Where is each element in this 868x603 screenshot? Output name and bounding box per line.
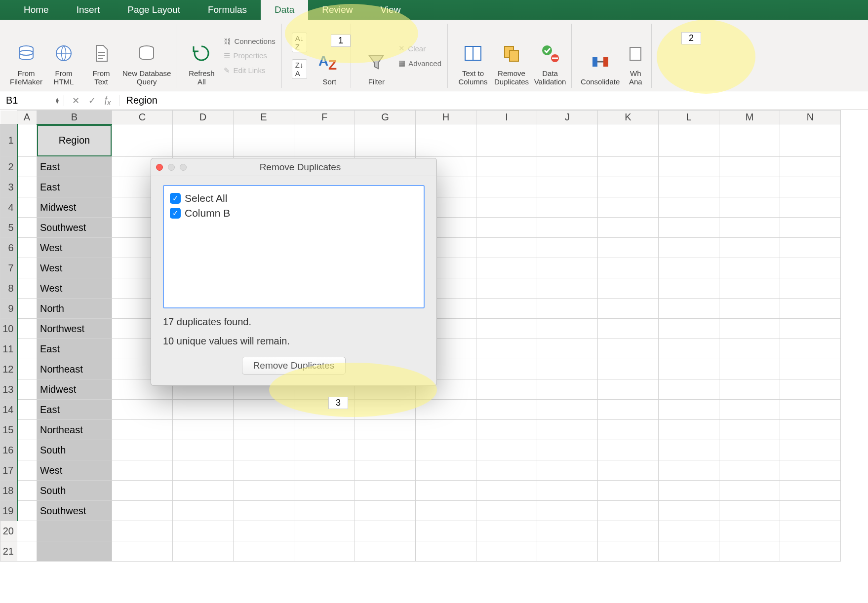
cell[interactable] bbox=[537, 124, 598, 157]
cell[interactable] bbox=[659, 481, 719, 501]
cell[interactable] bbox=[537, 400, 598, 420]
cell[interactable] bbox=[476, 278, 537, 299]
cell[interactable] bbox=[476, 258, 537, 278]
cell[interactable] bbox=[598, 339, 659, 359]
cell[interactable] bbox=[719, 481, 780, 501]
columns-listbox[interactable]: ✓ Select All ✓ Column B bbox=[163, 185, 425, 308]
cell[interactable] bbox=[476, 359, 537, 379]
cell[interactable] bbox=[17, 400, 37, 420]
from-html-button[interactable]: From HTML bbox=[46, 37, 81, 88]
cell[interactable] bbox=[476, 299, 537, 319]
cell[interactable] bbox=[719, 299, 780, 319]
cell[interactable]: West bbox=[37, 278, 112, 299]
cell[interactable] bbox=[173, 481, 234, 501]
cell[interactable] bbox=[780, 238, 841, 258]
cell[interactable] bbox=[476, 197, 537, 218]
cell[interactable] bbox=[112, 541, 173, 562]
row-header-11[interactable]: 11 bbox=[0, 339, 17, 359]
row-header-13[interactable]: 13 bbox=[0, 379, 17, 400]
cell[interactable] bbox=[355, 460, 416, 481]
tab-formulas[interactable]: Formulas bbox=[194, 0, 261, 20]
cell[interactable] bbox=[173, 440, 234, 460]
cell[interactable]: Northwest bbox=[37, 319, 112, 339]
cell[interactable] bbox=[780, 501, 841, 521]
sort-desc-button[interactable]: Z↓A bbox=[292, 59, 308, 79]
cell[interactable]: East bbox=[37, 400, 112, 420]
cell[interactable]: East bbox=[37, 157, 112, 177]
cell[interactable] bbox=[37, 541, 112, 562]
cell[interactable] bbox=[598, 319, 659, 339]
cell[interactable] bbox=[719, 157, 780, 177]
cell[interactable] bbox=[17, 299, 37, 319]
col-header-A[interactable]: A bbox=[17, 111, 37, 124]
cell[interactable] bbox=[780, 278, 841, 299]
cell[interactable] bbox=[476, 400, 537, 420]
cell[interactable] bbox=[294, 541, 355, 562]
col-header-C[interactable]: C bbox=[112, 111, 173, 124]
cell[interactable] bbox=[173, 420, 234, 440]
cell[interactable] bbox=[537, 440, 598, 460]
cell[interactable] bbox=[719, 400, 780, 420]
row-header-20[interactable]: 20 bbox=[0, 521, 17, 541]
cell[interactable] bbox=[416, 541, 476, 562]
cell[interactable] bbox=[719, 359, 780, 379]
advanced-filter-button[interactable]: ▦Advanced bbox=[398, 58, 441, 69]
cell[interactable] bbox=[537, 359, 598, 379]
cell[interactable] bbox=[780, 319, 841, 339]
connections-button[interactable]: ⛓Connections bbox=[224, 36, 275, 46]
cell[interactable] bbox=[537, 218, 598, 238]
cell[interactable] bbox=[537, 339, 598, 359]
cell[interactable]: East bbox=[37, 177, 112, 197]
cell[interactable] bbox=[780, 379, 841, 400]
cell[interactable]: Midwest bbox=[37, 197, 112, 218]
cell[interactable] bbox=[780, 157, 841, 177]
cell[interactable] bbox=[416, 400, 476, 420]
remove-duplicates-button[interactable]: Remove Duplicates bbox=[493, 37, 530, 88]
fx-icon[interactable]: fx bbox=[105, 95, 111, 107]
cell[interactable] bbox=[598, 157, 659, 177]
row-header-6[interactable]: 6 bbox=[0, 238, 17, 258]
cell[interactable] bbox=[17, 359, 37, 379]
tab-data[interactable]: Data bbox=[261, 0, 308, 20]
cell[interactable] bbox=[598, 299, 659, 319]
cell[interactable] bbox=[598, 481, 659, 501]
cell[interactable] bbox=[17, 177, 37, 197]
cell[interactable] bbox=[17, 157, 37, 177]
row-header-12[interactable]: 12 bbox=[0, 359, 17, 379]
cell[interactable] bbox=[173, 460, 234, 481]
cell[interactable] bbox=[17, 238, 37, 258]
col-header-M[interactable]: M bbox=[719, 111, 780, 124]
cell[interactable]: West bbox=[37, 258, 112, 278]
cell[interactable] bbox=[476, 218, 537, 238]
row-header-9[interactable]: 9 bbox=[0, 299, 17, 319]
cell[interactable] bbox=[659, 177, 719, 197]
cell[interactable] bbox=[112, 124, 173, 157]
cell[interactable] bbox=[17, 339, 37, 359]
cell[interactable] bbox=[416, 501, 476, 521]
cell[interactable] bbox=[476, 501, 537, 521]
cell[interactable] bbox=[476, 541, 537, 562]
col-header-E[interactable]: E bbox=[234, 111, 294, 124]
cell[interactable] bbox=[355, 481, 416, 501]
cell[interactable]: Northeast bbox=[37, 359, 112, 379]
cell[interactable] bbox=[416, 420, 476, 440]
cell[interactable] bbox=[355, 521, 416, 541]
cell[interactable] bbox=[234, 420, 294, 440]
cell[interactable] bbox=[780, 420, 841, 440]
cell[interactable] bbox=[537, 238, 598, 258]
cell[interactable] bbox=[17, 218, 37, 238]
cell[interactable] bbox=[17, 197, 37, 218]
cell[interactable] bbox=[659, 218, 719, 238]
cell[interactable] bbox=[17, 420, 37, 440]
cell[interactable] bbox=[173, 400, 234, 420]
row-header-19[interactable]: 19 bbox=[0, 501, 17, 521]
cell[interactable] bbox=[598, 379, 659, 400]
column-b-checkbox[interactable]: ✓ Column B bbox=[170, 206, 418, 221]
cell[interactable] bbox=[416, 460, 476, 481]
cell[interactable] bbox=[17, 481, 37, 501]
cell[interactable] bbox=[17, 124, 37, 157]
filter-button[interactable]: Filter bbox=[359, 45, 394, 88]
col-header-B[interactable]: B bbox=[37, 111, 112, 124]
cell[interactable] bbox=[659, 541, 719, 562]
row-header-10[interactable]: 10 bbox=[0, 319, 17, 339]
